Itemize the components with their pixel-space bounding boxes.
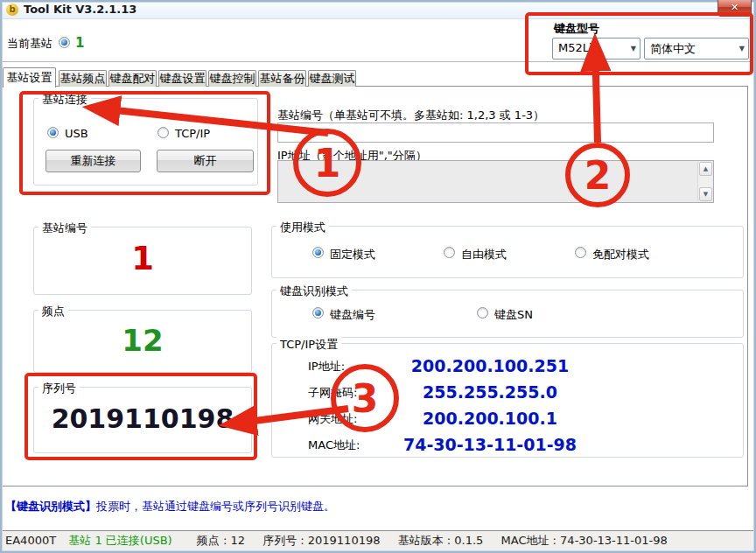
scroll-up-icon[interactable]: ▲ (699, 162, 712, 176)
tcpip-row-ip: IP地址: 200.200.100.251 (271, 356, 744, 375)
free-mode-radio[interactable] (444, 247, 455, 258)
close-icon: ✕ (731, 2, 738, 13)
kb-sn-radio[interactable] (477, 307, 488, 318)
tab-station-backup[interactable]: 基站备份 (258, 70, 306, 87)
serial-number-panel: 2019110198 (33, 387, 252, 453)
frequency-panel-legend: 频点 (38, 304, 68, 319)
status-connection: 基站 1 已连接(USB) (68, 534, 172, 547)
current-station-radio[interactable] (59, 37, 70, 48)
connection-group (33, 98, 258, 186)
textarea-scrollbar[interactable]: ▲ ▼ (697, 162, 712, 201)
tcpip-row-mac: MAC地址: 74-30-13-11-01-98 (271, 435, 744, 454)
current-station-label: 当前基站 (7, 36, 52, 52)
tcpip-gateway-value: 200.200.100.1 (315, 409, 665, 428)
app-window: b Tool Kit V3.2.1.13 ✕ 当前基站 1 键盘型号 M52Li… (0, 0, 756, 553)
language-select[interactable]: 简体中文 ▼ (644, 38, 749, 60)
tab-keyboard-pairing[interactable]: 键盘配对 (108, 70, 157, 87)
frequency-value: 12 (34, 323, 251, 358)
status-serial: 序列号 : 2019110198 (262, 534, 380, 547)
station-number-panel-legend: 基站编号 (38, 220, 91, 236)
tcpip-mask-value: 255.255.255.0 (315, 382, 665, 402)
tcpip-label: TCP/IP (175, 127, 210, 140)
ip-address-textarea[interactable]: ▲ ▼ (277, 160, 714, 203)
tcpip-radio[interactable] (158, 127, 169, 138)
status-version: 基站版本 : 0.1.5 (398, 534, 484, 547)
window-title: Tool Kit V3.2.1.13 (24, 3, 136, 16)
keyboard-model-select[interactable]: M52Li ▼ (552, 38, 640, 60)
scroll-down-icon[interactable]: ▼ (699, 187, 712, 201)
station-number-input-label: 基站编号（单基站可不填。多基站如: 1,2,3 或 1-3） (277, 108, 544, 123)
connection-legend: 基站连接 (38, 92, 91, 108)
tcpip-mac-value: 74-30-13-11-01-98 (315, 435, 665, 454)
tcpip-row-gateway: 网关地址: 200.200.100.1 (271, 409, 744, 428)
status-frequency: 频点 : 12 (197, 534, 245, 547)
serial-number-value: 2019110198 (34, 403, 251, 434)
serial-number-panel-legend: 序列号 (38, 381, 80, 396)
kb-id-mode-legend: 键盘识别模式 (276, 284, 352, 299)
chevron-down-icon: ▼ (631, 45, 636, 52)
reconnect-button[interactable]: 重新连接 (46, 150, 141, 172)
status-model: EA4000T (5, 534, 56, 547)
app-icon: b (6, 4, 18, 16)
station-number-panel: 1 (33, 227, 252, 295)
hint-body: 投票时，基站通过键盘编号或序列号识别键盘。 (96, 500, 335, 513)
station-number-input[interactable] (277, 122, 714, 143)
hint-prefix: 【键盘识别模式】 (5, 500, 96, 513)
close-button[interactable]: ✕ (718, 0, 752, 17)
keyboard-model-label: 键盘型号 (554, 21, 599, 37)
pair-free-mode-label: 免配对模式 (592, 247, 649, 262)
usb-label: USB (65, 127, 88, 140)
kb-number-radio[interactable] (312, 307, 324, 318)
tcpip-row-mask: 子网掩码: 255.255.255.0 (271, 382, 744, 402)
fixed-mode-radio[interactable] (312, 247, 324, 258)
tab-station-frequency[interactable]: 基站频点 (59, 70, 107, 87)
language-value: 简体中文 (650, 42, 696, 55)
free-mode-label: 自由模式 (461, 247, 507, 262)
toolbar-separator (0, 61, 756, 63)
kb-sn-label: 键盘SN (494, 307, 533, 323)
station-number-value: 1 (34, 240, 251, 277)
keyboard-model-value: M52Li (558, 41, 592, 54)
tab-station-settings[interactable]: 基站设置 (3, 67, 56, 88)
fixed-mode-label: 固定模式 (330, 247, 375, 262)
status-mac: MAC地址 : 74-30-13-11-01-98 (501, 534, 668, 547)
chevron-down-icon: ▼ (739, 45, 745, 52)
tcpip-ip-value: 200.200.100.251 (315, 356, 665, 375)
tab-keyboard-test[interactable]: 键盘测试 (308, 70, 356, 87)
tab-keyboard-control[interactable]: 键盘控制 (208, 70, 256, 87)
tab-keyboard-settings[interactable]: 键盘设置 (158, 70, 206, 87)
status-bar: EA4000T 基站 1 已连接(USB) 频点 : 12 序列号 : 2019… (0, 530, 756, 550)
tcpip-settings-legend: TCP/IP设置 (276, 337, 341, 353)
usage-mode-legend: 使用模式 (276, 220, 329, 235)
hint-text: 【键盘识别模式】投票时，基站通过键盘编号或序列号识别键盘。 (5, 499, 335, 514)
current-station-value: 1 (75, 35, 84, 51)
usb-radio[interactable] (47, 127, 59, 138)
kb-number-label: 键盘编号 (330, 307, 375, 323)
pair-free-mode-radio[interactable] (575, 247, 586, 258)
disconnect-button[interactable]: 断开 (157, 150, 254, 172)
